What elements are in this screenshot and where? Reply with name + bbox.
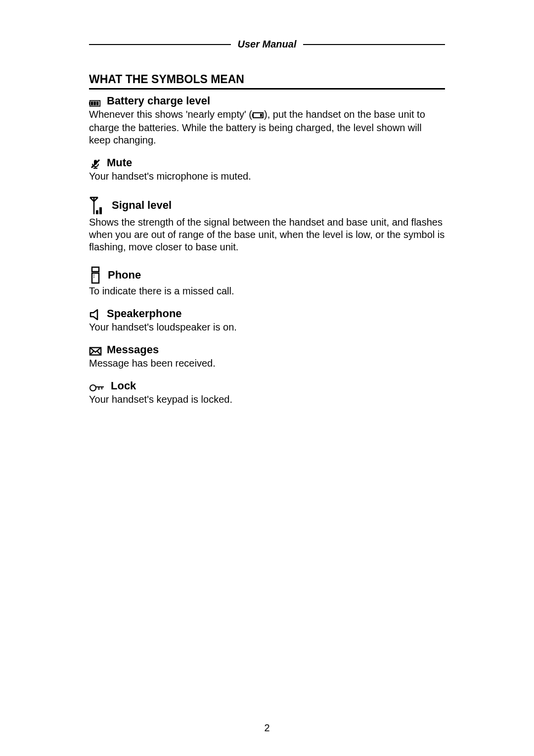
symbol-name: Speakerphone: [107, 307, 182, 320]
svg-point-23: [90, 385, 96, 391]
svg-rect-4: [96, 101, 99, 105]
battery-desc-a: Whenever this shows 'nearly empty' (: [89, 109, 252, 120]
header-title: User Manual: [231, 39, 304, 50]
symbol-name: Phone: [108, 269, 141, 282]
symbol-description: Your handset's microphone is muted.: [89, 170, 445, 183]
page-number: 2: [0, 722, 534, 734]
symbol-description: Shows the strength of the signal between…: [89, 216, 445, 253]
header-rule-left: [89, 44, 231, 45]
svg-rect-6: [252, 114, 253, 117]
mute-icon: [89, 158, 102, 169]
svg-rect-1: [89, 102, 90, 105]
symbol-item-speakerphone: Speakerphone Your handset's loudspeaker …: [89, 307, 445, 333]
symbol-name: Lock: [111, 379, 136, 392]
svg-rect-17: [99, 207, 102, 214]
symbol-description: Your handset's keypad is locked.: [89, 393, 445, 406]
speakerphone-icon: [89, 309, 102, 320]
symbol-item-lock: Lock Your handset's keypad is locked.: [89, 379, 445, 406]
battery-low-icon: [252, 109, 264, 122]
lock-icon: [89, 383, 106, 392]
symbol-name: Messages: [107, 343, 159, 356]
section-heading: WHAT THE SYMBOLS MEAN: [89, 73, 445, 86]
messages-icon: [89, 346, 102, 356]
symbol-name: Signal level: [112, 199, 172, 212]
symbol-item-signal: Signal level Shows the strength of the s…: [89, 195, 445, 253]
battery-full-icon: [89, 99, 102, 107]
symbol-item-battery: Battery charge level Whenever this shows…: [89, 94, 445, 146]
symbol-name: Mute: [107, 156, 132, 169]
signal-icon: [89, 195, 107, 215]
symbol-item-phone: Phone To indicate there is a missed call…: [89, 266, 445, 297]
symbol-description: Message has been received.: [89, 357, 445, 370]
svg-rect-7: [260, 114, 262, 117]
symbol-name: Battery charge level: [107, 94, 210, 107]
svg-rect-3: [93, 101, 96, 105]
section-heading-rule: [89, 88, 445, 90]
svg-rect-16: [96, 210, 98, 214]
symbol-description: To indicate there is a missed call.: [89, 285, 445, 297]
symbol-description: Your handset's loudspeaker is on.: [89, 321, 445, 333]
svg-rect-19: [92, 273, 99, 283]
symbol-item-messages: Messages Message has been received.: [89, 343, 445, 370]
symbol-description: Whenever this shows 'nearly empty' ( ), …: [89, 108, 445, 146]
symbol-item-mute: Mute Your handset's microphone is muted.: [89, 156, 445, 183]
phone-icon: [89, 266, 103, 284]
svg-rect-18: [92, 267, 99, 272]
svg-rect-2: [91, 101, 93, 105]
header-rule-right: [303, 44, 445, 45]
header-line: User Manual: [89, 39, 445, 50]
